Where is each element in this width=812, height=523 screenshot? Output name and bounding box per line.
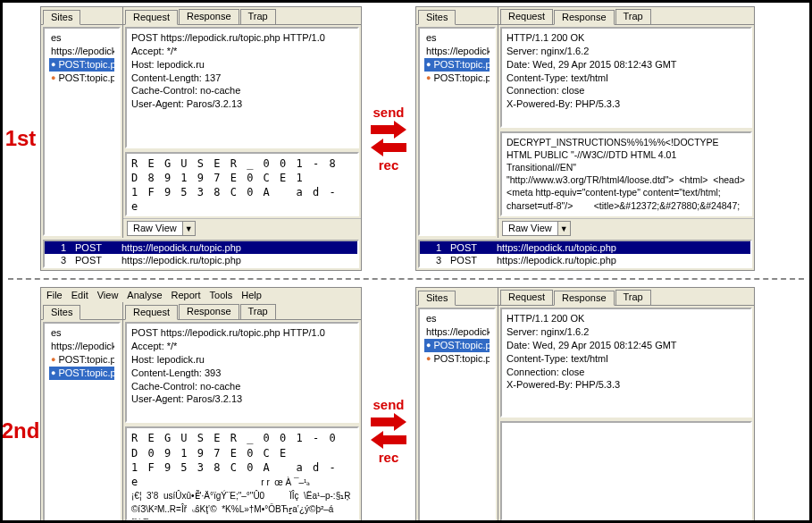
tab-sites[interactable]: Sites	[43, 305, 80, 320]
tab-response[interactable]: Response	[554, 10, 615, 25]
tab-request[interactable]: Request	[125, 305, 178, 320]
bullet-icon: ●	[426, 72, 431, 83]
response-header-box[interactable]: HTTP/1.1 200 OK Server: nginx/1.6.2 Date…	[500, 308, 752, 417]
menu-report[interactable]: Report	[172, 290, 201, 300]
panel-left-2: File Edit View Analyse Report Tools Help…	[40, 287, 362, 523]
site-root: es	[49, 31, 114, 45]
panel-right-1: Sites es https://lepodick.ru ●POST:topic…	[415, 6, 755, 271]
rawview-dropdown[interactable]: Raw View ▼	[127, 221, 196, 236]
panel-left-1: Sites es https://lepodick.ru ●POST:topic…	[40, 6, 362, 271]
sites-tree[interactable]: es https://lepodick.ru ●POST:topic.php ●…	[43, 322, 121, 523]
sites-tree[interactable]: es https://lepodick.ru ●POST:topic.php ●…	[43, 27, 121, 236]
tab-sites[interactable]: Sites	[418, 10, 456, 25]
bullet-icon: ●	[426, 353, 431, 364]
controls-bar: Raw View ▼	[498, 218, 754, 238]
menubar: File Edit View Analyse Report Tools Help	[41, 288, 361, 302]
arrow-left-icon	[369, 432, 408, 448]
bullet-icon: ●	[426, 340, 431, 350]
response-header-box[interactable]: HTTP/1.1 200 OK Server: nginx/1.6.2 Date…	[500, 27, 752, 128]
bottom-request-list[interactable]: 1POSThttps://lepodick.ru/topic.php 3POST…	[418, 240, 752, 268]
sites-tree[interactable]: es https://lepodick.ru ●POST:topic.php ●…	[418, 27, 496, 236]
tab-trap[interactable]: Trap	[615, 9, 651, 24]
menu-analyse[interactable]: Analyse	[127, 290, 162, 300]
arrow-right-icon	[369, 414, 408, 430]
bullet-icon: ●	[51, 367, 55, 378]
rawview-dropdown[interactable]: Raw View ▼	[502, 221, 571, 236]
menu-edit[interactable]: Edit	[71, 290, 88, 300]
controls-bar: Raw View ▼	[123, 218, 361, 238]
bullet-icon: ●	[426, 59, 431, 70]
tab-trap[interactable]: Trap	[615, 290, 651, 305]
menu-tools[interactable]: Tools	[210, 290, 233, 300]
arrow-right-icon	[369, 122, 408, 138]
tab-response[interactable]: Response	[179, 304, 239, 319]
menu-file[interactable]: File	[46, 290, 63, 300]
tab-trap[interactable]: Trap	[240, 304, 276, 319]
panel-right-2: Sites es https://lepodick.ru ●POST:topic…	[415, 287, 755, 523]
response-body-box[interactable]: DECRYPT_INSTRUCTIONS%%1%%<!DOCTYPE HTML …	[500, 131, 752, 217]
table-row: 1POSThttps://lepodick.ru/topic.php	[45, 241, 357, 254]
tree-item: https://lepodick.ru	[49, 45, 114, 58]
table-row: 1POSThttps://lepodick.ru/topic.php	[420, 241, 750, 254]
menu-view[interactable]: View	[97, 290, 119, 300]
tree-item: ●POST:topic.php	[49, 72, 114, 85]
response-body-box[interactable]	[500, 421, 752, 521]
label-second: 2nd	[3, 283, 38, 523]
arrows-send-rec: send rec	[364, 3, 414, 274]
arrows-send-rec: send rec	[364, 283, 414, 523]
sites-tree[interactable]: es https://lepodick.ru ●POST:topic.php ●…	[418, 308, 496, 523]
tab-response[interactable]: Response	[554, 291, 615, 306]
bullet-icon: ●	[51, 59, 55, 70]
menu-help[interactable]: Help	[241, 290, 262, 300]
chevron-down-icon[interactable]: ▼	[557, 222, 570, 235]
bottom-request-list[interactable]: 1POSThttps://lepodick.ru/topic.php 3POST…	[43, 240, 359, 268]
tab-sites[interactable]: Sites	[418, 291, 456, 306]
request-header-box[interactable]: POST https://lepodick.ru/topic.php HTTP/…	[125, 322, 359, 423]
tab-request[interactable]: Request	[500, 9, 553, 24]
request-body-box[interactable]: R E G U S E R _ 0 0 1 - 8 D 8 9 1 9 7 E …	[125, 152, 359, 217]
arrow-left-icon	[369, 139, 408, 156]
row-first: 1st Sites es https://lepodick.ru ●POST:t…	[3, 3, 809, 274]
label-first: 1st	[3, 3, 38, 274]
tab-trap[interactable]: Trap	[240, 9, 276, 24]
bullet-icon: ●	[51, 72, 55, 83]
row-second: 2nd File Edit View Analyse Report Tools …	[3, 283, 809, 523]
tab-response[interactable]: Response	[179, 9, 239, 24]
request-header-box[interactable]: POST https://lepodick.ru/topic.php HTTP/…	[125, 27, 359, 148]
bullet-icon: ●	[51, 354, 55, 365]
chevron-down-icon[interactable]: ▼	[182, 222, 195, 235]
tab-request[interactable]: Request	[500, 290, 553, 305]
table-row: 3POSThttps://lepodick.ru/topic.php	[420, 254, 750, 266]
tab-sites[interactable]: Sites	[43, 10, 80, 25]
tab-request[interactable]: Request	[125, 10, 178, 25]
table-row: 3POSThttps://lepodick.ru/topic.php	[45, 254, 357, 266]
row-divider	[8, 278, 804, 280]
tree-item-selected: ●POST:topic.php	[49, 58, 114, 72]
request-body-box[interactable]: R E G U S E R _ 0 0 1 - 0 D 0 9 1 9 7 E …	[125, 426, 359, 520]
